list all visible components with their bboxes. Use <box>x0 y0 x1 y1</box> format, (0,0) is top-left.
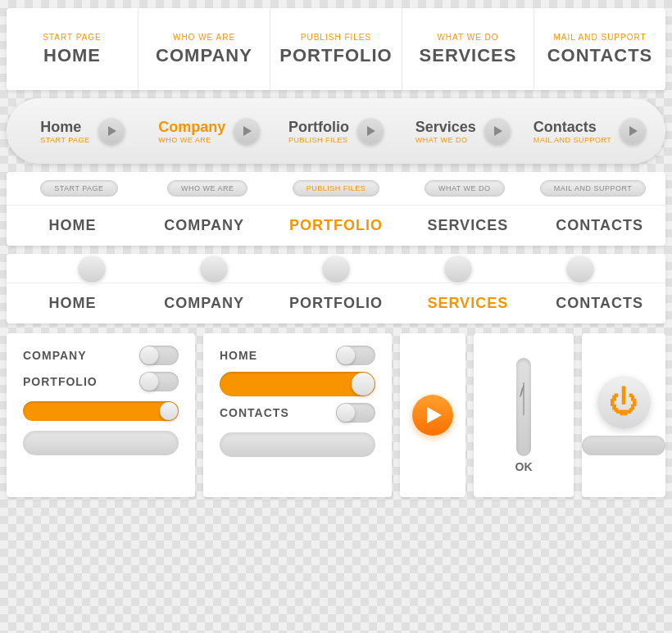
slider-bar-mid[interactable] <box>220 432 375 457</box>
nav4-company-label: COMPANY <box>164 295 244 312</box>
slider-bar-left[interactable] <box>23 431 179 455</box>
nav-bar-3: START PAGE WHO WE ARE PUBLISH FILES WHAT… <box>7 172 665 246</box>
slider-slash-icon: / <box>520 384 524 399</box>
nav3-pill-portfolio[interactable]: PUBLISH FILES <box>272 180 401 197</box>
nav2-company-subtitle: WHO WE ARE <box>158 136 225 144</box>
nav3-pill-contacts[interactable]: MAIL AND SUPPORT <box>529 180 657 197</box>
nav3-pill-services[interactable]: WHAT WE DO <box>400 180 529 197</box>
nav2-portfolio[interactable]: Portfolio PUBLISH FILES <box>273 118 400 144</box>
nav4-circle-company <box>200 255 228 283</box>
nav2-home-arrow[interactable] <box>98 118 125 144</box>
nav1-contacts-subtitle: MAIL AND SUPPORT <box>553 33 646 42</box>
play-button[interactable] <box>412 395 453 436</box>
nav2-contacts-title: Contacts <box>534 119 612 136</box>
nav1-portfolio-subtitle: PUBLISH FILES <box>301 33 371 42</box>
toggle-home-switch[interactable] <box>336 346 375 365</box>
nav3-pill-home[interactable]: START PAGE <box>15 180 143 197</box>
nav4-contacts[interactable]: CONTACTS <box>534 295 665 312</box>
nav4-circle-services <box>444 255 472 283</box>
nav3-home[interactable]: HOME <box>7 217 138 234</box>
nav4-portfolio-label: PORTFOLIO <box>289 295 383 312</box>
toggle-company-label: COMPANY <box>23 349 87 362</box>
power-button-outer[interactable]: ⏻ <box>597 376 651 429</box>
nav1-home-subtitle: START PAGE <box>43 33 102 42</box>
toggle-active-knob <box>160 402 178 420</box>
nav4-services[interactable]: SERVICES <box>402 295 534 312</box>
nav3-pill-company[interactable]: WHO WE ARE <box>143 180 272 197</box>
nav2-contacts-arrow[interactable] <box>620 118 646 144</box>
right-top-row: / OK ⏻ <box>400 333 665 497</box>
power-button-panel: ⏻ <box>582 333 665 497</box>
nav3-services-label: SERVICES <box>427 217 508 234</box>
nav3-contacts-label: CONTACTS <box>556 217 643 234</box>
nav1-services[interactable]: WHAT WE DO SERVICES <box>402 8 534 90</box>
toggle-company-knob <box>140 346 158 364</box>
toggle-portfolio-switch[interactable] <box>139 372 179 391</box>
nav1-company[interactable]: WHO WE ARE COMPANY <box>138 8 270 90</box>
nav1-company-title: COMPANY <box>156 45 252 66</box>
nav1-contacts-title: CONTACTS <box>547 45 653 66</box>
nav2-portfolio-arrow[interactable] <box>357 118 384 144</box>
bottom-section: COMPANY PORTFOLIO HOME CONTACTS <box>7 333 665 497</box>
nav2-contacts[interactable]: Contacts MAIL AND SUPPORT <box>526 118 653 144</box>
toggle-active-switch[interactable] <box>23 401 179 421</box>
nav2-services-title: Services <box>415 119 476 136</box>
nav1-portfolio[interactable]: PUBLISH FILES PORTFOLIO <box>270 8 402 90</box>
nav3-pill-contacts-label: MAIL AND SUPPORT <box>540 180 647 197</box>
vertical-slider-line: / <box>523 382 524 415</box>
nav3-pill-portfolio-label: PUBLISH FILES <box>293 180 380 197</box>
nav4-contacts-label: CONTACTS <box>556 295 643 312</box>
toggle-portfolio-label: PORTFOLIO <box>23 375 98 388</box>
nav1-home[interactable]: START PAGE HOME <box>7 8 138 90</box>
nav3-contacts[interactable]: CONTACTS <box>534 217 665 234</box>
nav3-labels-row: HOME COMPANY PORTFOLIO SERVICES CONTACTS <box>7 205 665 246</box>
toggle-mid-active-switch[interactable] <box>220 372 375 396</box>
right-panel: / OK ⏻ <box>400 333 665 497</box>
toggle-home-knob <box>337 346 355 364</box>
nav4-circle-home <box>78 255 106 283</box>
nav2-services-subtitle: WHAT WE DO <box>415 136 476 144</box>
nav2-services-arrow[interactable] <box>484 118 511 144</box>
nav3-pills-row: START PAGE WHO WE ARE PUBLISH FILES WHAT… <box>7 172 665 205</box>
nav3-company[interactable]: COMPANY <box>138 217 270 234</box>
nav2-company-arrow[interactable] <box>234 118 260 144</box>
nav1-portfolio-title: PORTFOLIO <box>279 45 392 66</box>
nav1-contacts[interactable]: MAIL AND SUPPORT CONTACTS <box>534 8 665 90</box>
nav1-services-subtitle: WHAT WE DO <box>437 33 498 42</box>
nav2-home-subtitle: START PAGE <box>40 136 89 144</box>
toggle-company-row: COMPANY <box>23 346 179 365</box>
power-mini-slider[interactable] <box>582 436 665 455</box>
nav2-home-title: Home <box>40 119 89 136</box>
toggle-contacts-switch[interactable] <box>336 403 375 423</box>
play-button-panel <box>400 333 465 497</box>
nav4-labels-row: HOME COMPANY PORTFOLIO SERVICES CONTACTS <box>7 283 665 323</box>
nav2-home[interactable]: Home START PAGE <box>19 118 146 144</box>
toggle-contacts-label: CONTACTS <box>220 406 289 419</box>
toggle-home-row: HOME <box>220 346 375 365</box>
nav3-services[interactable]: SERVICES <box>402 217 534 234</box>
vertical-slider-track[interactable]: / <box>516 358 531 456</box>
power-icon: ⏻ <box>609 387 638 417</box>
nav-bar-1: START PAGE HOME WHO WE ARE COMPANY PUBLI… <box>7 8 665 90</box>
nav4-portfolio[interactable]: PORTFOLIO <box>270 295 402 312</box>
toggle-home-label: HOME <box>220 349 257 362</box>
nav2-company[interactable]: Company WHO WE ARE <box>146 118 273 144</box>
nav3-home-label: HOME <box>48 217 96 234</box>
toggle-company-switch[interactable] <box>139 346 179 365</box>
nav3-portfolio[interactable]: PORTFOLIO <box>270 217 402 234</box>
mid-toggle-panel: HOME CONTACTS <box>203 333 392 497</box>
toggle-contacts-knob <box>337 404 355 422</box>
nav4-home[interactable]: HOME <box>7 295 138 312</box>
nav3-pill-home-label: START PAGE <box>40 180 117 197</box>
nav4-circles-row <box>7 254 665 283</box>
nav4-home-label: HOME <box>48 295 96 312</box>
nav1-home-title: HOME <box>43 45 101 66</box>
nav3-portfolio-label: PORTFOLIO <box>289 217 383 234</box>
nav2-services[interactable]: Services WHAT WE DO <box>399 118 526 144</box>
ok-label: OK <box>515 460 533 473</box>
nav2-contacts-subtitle: MAIL AND SUPPORT <box>534 136 612 144</box>
nav4-circle-contacts <box>566 255 594 283</box>
nav-bar-2: Home START PAGE Company WHO WE ARE Portf… <box>7 98 665 164</box>
nav4-company[interactable]: COMPANY <box>138 295 270 312</box>
toggle-mid-knob <box>352 373 375 396</box>
